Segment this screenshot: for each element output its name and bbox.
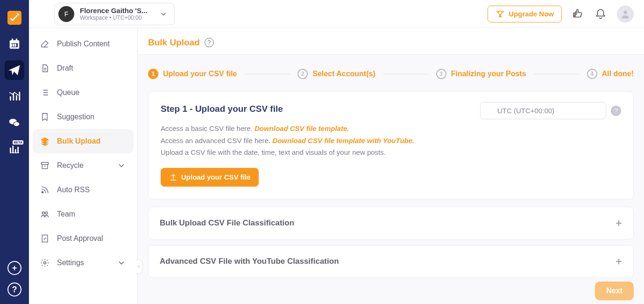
step-3[interactable]: 3Finalizing your Posts [436,69,526,79]
plus-icon: + [616,255,622,268]
sidebar-item-label: Post Approval [57,234,103,243]
sidebar-item-publish-content[interactable]: Publish Content [33,32,134,56]
step-number: 4 [587,69,597,79]
app-logo[interactable] [5,8,24,28]
rail-help-button[interactable]: ? [7,282,21,297]
edit-icon [40,39,50,49]
svg-point-12 [44,262,46,264]
sidebar-item-label: Recycle [57,161,84,170]
sidebar-item-label: Draft [57,64,73,72]
sidebar-item-label: Bulk Upload [57,137,100,145]
sidebar-item-post-approval[interactable]: Post Approval [33,226,134,251]
svg-point-6 [623,10,627,14]
plus-icon: + [616,217,622,230]
svg-rect-7 [42,162,49,164]
icon-rail: BETA + ? [0,0,29,304]
workspace-switcher[interactable]: F Florence Gaitho 'S... Workspace • UTC+… [54,3,175,25]
step-label: Select Account(s) [312,70,375,78]
sidebar-item-label: Publish Content [57,40,110,48]
bookmark-icon [40,112,50,122]
doc-icon [40,64,50,73]
workspace-avatar: F [58,6,74,22]
upload-csv-button[interactable]: Upload your CSV file [161,168,259,187]
accordion-youtube-classification[interactable]: Advanced CSV File with YouTube Classific… [148,245,634,278]
rss-icon [40,185,50,195]
sidebar-item-team[interactable]: Team [33,202,134,226]
profile-avatar[interactable] [617,6,634,22]
workspace-sub: Workspace • UTC+00:00 [80,14,154,21]
main-column: Bulk Upload ? 1Upload your CSV file2Sele… [138,0,644,304]
rail-beta-graph[interactable]: BETA [5,139,24,159]
layers-icon [40,137,50,146]
step-label: All done! [602,70,634,78]
sidebar-item-label: Suggestion [57,113,94,121]
paper-plane-icon [8,64,21,76]
sidebar-item-settings[interactable]: Settings [33,251,134,275]
download-basic-template-link[interactable]: Download CSV file template. [255,124,349,132]
sidebar-item-bulk-upload[interactable]: Bulk Upload [33,129,134,153]
accordion-title: Advanced CSV File with YouTube Classific… [160,257,339,266]
archive-icon [40,161,50,170]
rail-chat[interactable] [5,113,24,132]
approve-icon [40,234,50,243]
svg-rect-3 [16,39,17,41]
accordion-csv-classification[interactable]: Bulk Upload CSV File Classification + [148,207,634,239]
sidebar-item-recycle[interactable]: Recycle [33,153,134,178]
team-icon [40,210,50,219]
rail-analytics[interactable] [5,87,24,106]
step-4[interactable]: 4All done! [587,69,634,79]
chevron-down-icon [117,258,126,268]
feedback-button[interactable] [572,8,584,20]
step1-panel: ? Step 1 - Upload your CSV file Access a… [148,91,634,199]
svg-point-5 [14,122,20,126]
step-connector [383,74,429,74]
step-1[interactable]: 1Upload your CSV file [148,69,237,79]
beta-badge: BETA [13,140,23,145]
sidebar-item-label: Queue [57,88,79,97]
trophy-icon [495,10,505,18]
check-edit-icon [8,12,21,24]
timezone-help[interactable]: ? [611,106,621,116]
sidebar-item-auto-rss[interactable]: Auto RSS [33,178,134,202]
rail-calendar[interactable] [5,34,24,54]
rail-add-button[interactable]: + [7,261,21,275]
panel-line3-text: Upload a CSV file with the date, time, t… [161,146,621,159]
calendar-icon [8,38,21,50]
user-icon [620,9,630,19]
svg-rect-2 [12,39,13,41]
accordion-title: Bulk Upload CSV File Classification [160,218,294,228]
workspace-name: Florence Gaitho 'S... [80,7,154,14]
chat-bubbles-icon [8,116,21,129]
stepper: 1Upload your CSV file2Select Account(s)3… [148,69,634,79]
svg-point-9 [42,212,44,214]
panel-line1-text: Access a basic CSV file here. [161,124,255,132]
rail-publish[interactable] [5,60,24,80]
step-number: 2 [297,69,308,79]
step-connector [244,74,290,74]
sidebar-item-suggestion[interactable]: Suggestion [33,105,134,129]
bars-up-icon [8,90,21,102]
step-number: 3 [436,69,446,79]
sidebar-item-queue[interactable]: Queue [33,80,134,105]
download-advanced-template-link[interactable]: Download CSV file template with YouTube. [272,137,414,145]
upload-icon [169,173,177,181]
next-button[interactable]: Next [595,282,634,300]
sidebar-item-label: Settings [57,259,84,267]
step-number: 1 [148,69,158,79]
step-2[interactable]: 2Select Account(s) [297,69,375,79]
page-help-button[interactable]: ? [205,38,214,47]
page-title: Bulk Upload [148,37,200,48]
collapse-sidebar-handle[interactable] [135,260,143,274]
topbar: F Florence Gaitho 'S... Workspace • UTC+… [29,0,644,28]
bell-icon [594,8,607,20]
chevron-down-icon [117,161,126,170]
timezone-select[interactable] [480,102,606,119]
notifications-button[interactable] [594,8,607,20]
step-label: Finalizing your Posts [451,70,526,78]
sub-sidebar: Publish ContentDraftQueueSuggestionBulk … [29,0,138,304]
upgrade-button[interactable]: Upgrade Now [488,6,562,22]
sidebar-item-label: Team [57,210,75,218]
svg-point-10 [45,212,48,214]
sidebar-item-label: Auto RSS [57,186,90,194]
sidebar-item-draft[interactable]: Draft [33,56,134,80]
